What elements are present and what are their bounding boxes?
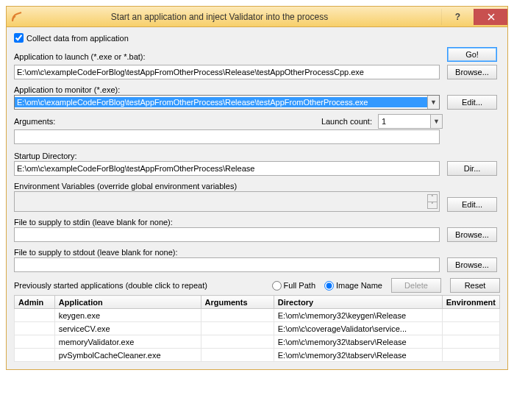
stdin-input[interactable]	[14, 227, 440, 242]
chevron-up-icon[interactable]: ˄	[427, 194, 438, 202]
table-row[interactable]: serviceCV.exeE:\om\c\coverageValidator\s…	[15, 322, 500, 335]
app-launch-label: Application to launch (*.exe or *.bat):	[14, 52, 440, 61]
titlebar: Start an application and inject Validato…	[7, 7, 507, 27]
collect-data-checkbox[interactable]	[14, 33, 24, 43]
cell-env	[442, 335, 499, 349]
table-row[interactable]: pvSymbolCacheCleaner.exeE:\om\c\memory32…	[15, 349, 500, 362]
cell-args	[201, 335, 274, 349]
cell-app: serviceCV.exe	[54, 322, 201, 335]
launch-count-label: Launch count:	[321, 117, 372, 126]
cell-dir: E:\om\c\coverageValidator\service...	[274, 322, 442, 335]
collect-data-label: Collect data from application	[26, 34, 129, 43]
chevron-down-icon[interactable]: ▼	[427, 96, 439, 109]
env-variables-box[interactable]: ˄ ˅	[14, 191, 440, 212]
col-admin[interactable]: Admin	[15, 296, 55, 309]
startup-dir-label: Startup Directory:	[14, 152, 500, 160]
go-button[interactable]: Go!	[447, 47, 497, 62]
cell-env	[442, 309, 499, 322]
dir-button[interactable]: Dir...	[447, 161, 497, 176]
stdout-input[interactable]	[14, 257, 440, 272]
browse-stdout-button[interactable]: Browse...	[447, 257, 497, 272]
app-monitor-label: Application to monitor (*.exe):	[14, 85, 500, 94]
app-icon	[11, 11, 23, 23]
table-row[interactable]: keygen.exeE:\om\c\memory32\keygen\Releas…	[15, 309, 500, 322]
dialog-window: Start an application and inject Validato…	[6, 6, 508, 370]
browse-stdin-button[interactable]: Browse...	[447, 227, 497, 242]
cell-dir: E:\om\c\memory32\keygen\Release	[274, 309, 442, 322]
cell-admin	[15, 322, 55, 335]
chevron-down-icon[interactable]: ▼	[430, 115, 442, 128]
cell-dir: E:\om\c\memory32\tabserv\Release	[274, 335, 442, 349]
cell-args	[201, 309, 274, 322]
cell-args	[201, 322, 274, 335]
cell-app: keygen.exe	[54, 309, 201, 322]
fullpath-radio-label: Full Path	[284, 281, 315, 290]
fullpath-radio[interactable]	[272, 281, 282, 291]
browse-launch-button[interactable]: Browse...	[447, 65, 497, 79]
cell-app: memoryValidator.exe	[54, 335, 201, 349]
cell-env	[442, 349, 499, 362]
chevron-down-icon[interactable]: ˅	[427, 202, 438, 209]
stdout-label: File to supply to stdout (leave blank fo…	[14, 248, 500, 257]
app-launch-input[interactable]	[14, 65, 440, 79]
launch-count-combo[interactable]: 1 ▼	[378, 114, 443, 129]
reset-button[interactable]: Reset	[450, 278, 500, 293]
window-title: Start an application and inject Validato…	[27, 12, 441, 22]
cell-env	[442, 322, 499, 335]
imagename-radio[interactable]	[324, 281, 334, 291]
launch-count-value: 1	[379, 116, 430, 127]
cell-admin	[15, 335, 55, 349]
edit-env-button[interactable]: Edit...	[447, 197, 497, 212]
cell-admin	[15, 349, 55, 362]
arguments-label: Arguments:	[14, 117, 317, 126]
cell-admin	[15, 309, 55, 322]
path-radio-group: Full Path Image Name	[272, 281, 382, 291]
startup-dir-input[interactable]	[14, 161, 440, 176]
prev-apps-table[interactable]: Admin Application Arguments Directory En…	[14, 295, 500, 362]
col-application[interactable]: Application	[54, 296, 201, 309]
env-label: Environment Variables (override global e…	[14, 182, 500, 191]
delete-button: Delete	[391, 278, 441, 293]
app-monitor-value: E:\om\c\exampleCodeForBlog\testAppFromOt…	[15, 97, 427, 107]
cell-dir: E:\om\c\memory32\tabserv\Release	[274, 349, 442, 362]
close-button[interactable]	[474, 9, 507, 25]
table-header-row: Admin Application Arguments Directory En…	[15, 296, 500, 309]
col-environment[interactable]: Environment	[442, 296, 499, 309]
cell-app: pvSymbolCacheCleaner.exe	[54, 349, 201, 362]
env-spinner[interactable]: ˄ ˅	[427, 194, 438, 209]
prev-apps-label: Previously started applications (double …	[14, 281, 207, 290]
app-monitor-combo[interactable]: E:\om\c\exampleCodeForBlog\testAppFromOt…	[14, 95, 440, 110]
col-directory[interactable]: Directory	[274, 296, 442, 309]
cell-args	[201, 349, 274, 362]
edit-monitor-button[interactable]: Edit...	[447, 95, 497, 110]
col-arguments[interactable]: Arguments	[201, 296, 274, 309]
table-row[interactable]: memoryValidator.exeE:\om\c\memory32\tabs…	[15, 335, 500, 349]
imagename-radio-label: Image Name	[336, 281, 382, 290]
help-button[interactable]: ?	[441, 9, 474, 25]
arguments-input[interactable]	[14, 129, 440, 144]
client-area: Collect data from application Applicatio…	[7, 27, 507, 369]
stdin-label: File to supply to stdin (leave blank for…	[14, 218, 500, 227]
